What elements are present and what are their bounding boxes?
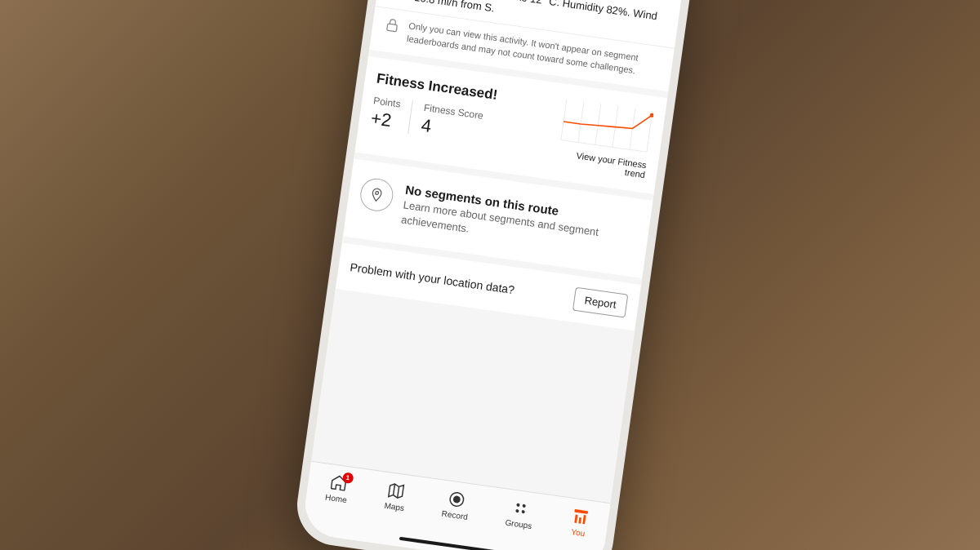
svg-line-4: [595, 104, 601, 145]
svg-point-14: [522, 504, 526, 508]
svg-line-3: [578, 101, 584, 143]
svg-line-2: [561, 99, 567, 140]
svg-rect-18: [574, 515, 577, 523]
home-icon: 1: [328, 472, 349, 493]
svg-point-15: [515, 509, 519, 513]
svg-point-12: [453, 496, 460, 503]
phone-frame: View with Lauren S Windy, 12 °C.: [292, 0, 699, 550]
svg-rect-20: [582, 515, 586, 524]
tab-you-label: You: [571, 527, 586, 538]
svg-rect-19: [578, 517, 581, 524]
report-button[interactable]: Report: [572, 286, 628, 317]
points-value: +2: [369, 108, 399, 132]
record-icon: [447, 490, 467, 510]
tab-home[interactable]: 1 Home: [325, 472, 350, 504]
tab-groups-label: Groups: [505, 518, 532, 530]
maps-icon: [386, 481, 407, 501]
tab-groups[interactable]: Groups: [505, 498, 535, 530]
location-question: Problem with your location data?: [350, 260, 515, 296]
fitness-trend-link[interactable]: View your Fitness trend: [555, 148, 647, 180]
fitness-chart: View your Fitness trend: [555, 97, 654, 180]
phone-screen: View with Lauren S Windy, 12 °C.: [301, 0, 690, 550]
tab-record[interactable]: Record: [441, 489, 471, 521]
svg-point-16: [521, 510, 525, 514]
scroll-content[interactable]: View with Lauren S Windy, 12 °C.: [311, 0, 690, 503]
tab-record-label: Record: [441, 509, 468, 521]
tab-maps-label: Maps: [384, 501, 405, 512]
svg-rect-1: [387, 24, 398, 32]
groups-icon: [510, 499, 531, 519]
tab-home-label: Home: [325, 493, 348, 505]
you-icon: [570, 507, 590, 527]
pin-icon: [359, 176, 395, 213]
svg-rect-17: [574, 509, 588, 514]
tab-you[interactable]: You: [568, 507, 590, 539]
tab-maps[interactable]: Maps: [384, 481, 408, 512]
lock-icon: [382, 16, 401, 38]
svg-point-13: [516, 503, 520, 508]
svg-point-10: [375, 192, 378, 195]
